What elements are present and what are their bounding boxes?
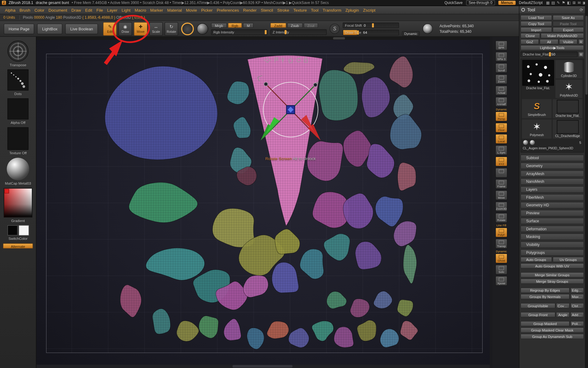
polygroup-button[interactable]: Uv Groups — [552, 257, 584, 262]
tool-panel-button[interactable]: GoZ — [521, 39, 539, 44]
menu-item[interactable]: Zplugin — [344, 7, 361, 13]
menu-item[interactable]: Alpha — [3, 7, 17, 13]
canvas-hscrollbar-top[interactable] — [36, 37, 492, 40]
subpalette-header[interactable]: FiberMesh — [521, 194, 584, 201]
polygroup-button[interactable]: Angle — [556, 312, 570, 317]
slider-handle[interactable] — [549, 52, 551, 56]
polygroup-button[interactable]: Group As Dynamesh Sub — [521, 334, 584, 339]
menu-item[interactable]: Movie — [184, 7, 199, 13]
sphere-tool-icon[interactable] — [523, 140, 528, 145]
subpalette-header[interactable]: Visibility — [521, 241, 584, 248]
tray-preview[interactable] — [7, 70, 28, 91]
menu-item[interactable]: Stroke — [275, 7, 291, 13]
panel-scrollbar[interactable] — [585, 0, 588, 368]
sculpt-mode-button[interactable]: Zsub — [287, 23, 303, 28]
menu-item[interactable]: File — [95, 7, 105, 13]
view-control-button[interactable]: Move — [496, 190, 507, 200]
menu-item[interactable]: Color — [32, 7, 46, 13]
subpalette-header-polygroups[interactable]: Polygroups — [521, 249, 584, 256]
polygroup-button[interactable]: Covera — [556, 303, 570, 308]
view-control-button[interactable]: BPR — [496, 40, 507, 50]
menus-toggle[interactable]: Menus — [498, 1, 515, 5]
subpalette-header[interactable]: Masking — [521, 234, 584, 240]
polygroup-button[interactable]: MaxAng — [570, 294, 584, 299]
tool-item[interactable]: SimpleBrush — [522, 99, 552, 118]
polygroup-button[interactable]: Edge Se — [570, 288, 584, 293]
subpalette-header[interactable]: Geometry — [521, 163, 584, 169]
polygroup-button[interactable]: Merge Stray Groups — [521, 279, 584, 284]
tray-preview[interactable] — [7, 127, 28, 150]
edit-doc-icon[interactable]: ✎ — [557, 1, 560, 5]
mode-toggle-button[interactable]: ✚ Move — [134, 22, 147, 36]
slider-handle[interactable] — [265, 30, 267, 34]
current-material-button[interactable] — [197, 23, 208, 34]
polygroup-button[interactable]: GroupVisible — [521, 303, 556, 308]
menu-item[interactable]: Picker — [199, 7, 215, 13]
gizmo-endpoint-left[interactable] — [264, 82, 268, 86]
tray-preview[interactable] — [7, 98, 28, 120]
tool-item[interactable]: Cylinder3D — [555, 60, 582, 79]
view-control-button[interactable]: Zoom3D — [496, 202, 507, 212]
view-control-button[interactable]: XYZ — [496, 157, 507, 167]
dynamic-toggle[interactable]: Dynamic — [402, 31, 420, 36]
view-control-button[interactable]: Frame — [496, 179, 507, 189]
menu-item[interactable]: Document — [47, 7, 69, 13]
focal-shift-slider[interactable]: Focal Shift 0 — [343, 22, 399, 28]
tool-panel-button[interactable]: Paste Tool — [552, 21, 584, 26]
polygroup-button[interactable]: Clstr 0. — [570, 303, 584, 308]
view-control-button[interactable]: PolyF — [496, 228, 507, 237]
subpalette-header[interactable]: Preview — [521, 210, 584, 216]
view-control-button[interactable]: L.Sym — [496, 145, 507, 155]
active-tool-thumbnail[interactable] — [522, 60, 554, 86]
menu-item[interactable]: Tool — [309, 7, 320, 13]
sphere-tool-icon[interactable] — [530, 140, 535, 145]
menu-item[interactable]: Brush — [18, 7, 32, 13]
polygroup-button[interactable]: Merge Similar Groups — [521, 272, 584, 278]
color-mode-button[interactable]: Mrgb — [211, 23, 227, 28]
tool-panel-button[interactable]: Load Tool — [521, 15, 552, 20]
nav-button[interactable]: LightBox — [37, 24, 62, 34]
scroll-handle[interactable] — [585, 16, 587, 94]
tool-panel-button[interactable]: Import — [521, 27, 552, 32]
subpalette-header[interactable]: Layers — [521, 186, 584, 193]
tool-item-icon[interactable] — [560, 80, 577, 93]
tool-panel-button[interactable]: Export — [552, 27, 584, 32]
subpalette-header[interactable]: Deformation — [521, 226, 584, 232]
menu-item[interactable]: Texture — [292, 7, 309, 13]
restore-configuration-icon[interactable]: ⟳ — [580, 7, 583, 12]
polygroup-button[interactable]: PolishG — [570, 321, 584, 326]
menu-item[interactable]: Layer — [105, 7, 119, 13]
view-control-button[interactable]: Persp — [496, 112, 507, 121]
menu-item[interactable]: Edit — [83, 7, 94, 13]
tool-item-icon[interactable] — [560, 61, 577, 74]
polygroup-button[interactable]: Auto Groups — [521, 257, 552, 262]
menu-item[interactable]: Render — [241, 7, 258, 13]
view-control-button[interactable]: Rotate — [496, 213, 507, 223]
subpalette-header[interactable]: NanoMesh — [521, 178, 584, 185]
view-control-button[interactable]: Solo — [496, 265, 507, 274]
view-control-button[interactable]: AAHalf — [496, 97, 507, 107]
quicksave-button[interactable]: QuickSave — [444, 1, 462, 5]
menu-item[interactable]: Preferences — [215, 7, 241, 13]
tray-preview[interactable] — [7, 40, 28, 62]
tool-item[interactable]: CL_Drachenflüge — [553, 119, 582, 138]
subpalette-header[interactable]: Surface — [521, 218, 584, 224]
menu-item[interactable]: Stencil — [259, 7, 275, 13]
active-tool[interactable]: Drache low_Flat. — [522, 60, 554, 98]
tool-item[interactable]: Drache low_Flat. — [553, 99, 582, 118]
current-brush-button[interactable] — [181, 22, 194, 35]
color-mode-button[interactable]: M — [243, 23, 254, 28]
menu-item[interactable]: Draw — [70, 7, 83, 13]
alternate-button[interactable]: Alternate — [3, 243, 33, 248]
menu-item[interactable]: Light — [120, 7, 132, 13]
menu-item[interactable]: Transform — [321, 7, 343, 13]
subpalette-header[interactable]: Subtool — [521, 155, 584, 161]
polygroup-button[interactable]: Groups By Normals — [521, 294, 570, 299]
grid-icon[interactable]: ▦ — [546, 1, 550, 5]
slider-handle[interactable] — [285, 30, 286, 34]
tool-palette-header[interactable]: Tool ⟳ — [519, 6, 585, 14]
tool-panel-button[interactable]: Lightbox▶Tools — [521, 45, 584, 50]
sculpt-mode-button[interactable]: Zadd — [270, 23, 286, 28]
view-control-button[interactable]: SPix 3 — [496, 52, 507, 62]
sculpt-mode-button[interactable]: Zcut — [304, 23, 318, 28]
